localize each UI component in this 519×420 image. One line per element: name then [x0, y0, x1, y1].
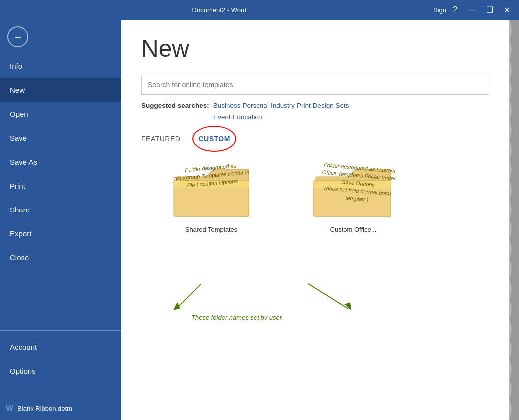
sidebar-item-info[interactable]: Info	[0, 54, 121, 78]
right-edge	[509, 20, 519, 420]
suggested-label: Suggested searches:	[141, 102, 209, 109]
sidebar-label-new: New	[10, 86, 25, 94]
svg-marker-9	[344, 302, 351, 310]
sidebar-divider-1	[0, 330, 121, 331]
help-button[interactable]: ?	[449, 4, 461, 16]
sidebar-item-new[interactable]: New	[0, 78, 121, 102]
tabs-row: FEATURED CUSTOM	[141, 131, 489, 147]
sidebar-bottom: Account Options	[0, 335, 121, 388]
svg-line-6	[176, 284, 201, 309]
sidebar-nav: Info New Open Save Save As Print Share E…	[0, 54, 121, 326]
tab-custom-wrapper: CUSTOM	[188, 131, 240, 147]
svg-line-8	[308, 284, 348, 309]
sidebar-item-export[interactable]: Export	[0, 221, 121, 245]
folder-note: These folder names set by user.	[191, 314, 283, 321]
main-content: New Suggested searches:BusinessPersonalI…	[121, 20, 509, 420]
minimize-button[interactable]: —	[464, 4, 480, 16]
torn-edge-svg	[509, 20, 519, 420]
sidebar-label-export: Export	[10, 229, 31, 238]
page-title: New	[141, 35, 489, 62]
folder-note-area: These folder names set by user.	[191, 314, 283, 321]
sidebar-item-open[interactable]: Open	[0, 102, 121, 126]
sidebar-item-save[interactable]: Save	[0, 126, 121, 150]
sign-in-area[interactable]: Sign	[433, 4, 446, 16]
templates-area: Folder designated asWorkgroup Templates …	[141, 162, 489, 341]
close-button[interactable]: ✕	[500, 4, 514, 16]
sidebar-item-share[interactable]: Share	[0, 198, 121, 221]
sidebar-back: ←	[0, 20, 121, 54]
suggested-searches: Suggested searches:BusinessPersonalIndus…	[141, 102, 489, 121]
sidebar-label-share: Share	[10, 206, 30, 214]
sidebar-label-save: Save	[10, 134, 27, 142]
sidebar-divider-2	[0, 392, 121, 392]
sidebar-label-print: Print	[10, 182, 25, 190]
sidebar-label-options: Options	[10, 367, 36, 375]
app-body: ← Info New Open Save Save As Print Share	[0, 20, 519, 420]
restore-button[interactable]: ❐	[482, 4, 497, 16]
sidebar-item-save-as[interactable]: Save As	[0, 150, 121, 174]
svg-marker-7	[173, 302, 180, 310]
search-input[interactable]	[141, 75, 489, 95]
sidebar-label-account: Account	[10, 343, 37, 351]
sidebar-label-info: Info	[10, 62, 22, 70]
sidebar: ← Info New Open Save Save As Print Share	[0, 20, 121, 420]
window-controls: Sign ? — ❐ ✕	[433, 4, 514, 16]
sidebar-item-print[interactable]: Print	[0, 174, 121, 198]
sidebar-label-save-as: Save As	[10, 158, 37, 166]
word-file-icon: W	[6, 404, 13, 413]
right-arrow-icon	[303, 281, 363, 311]
title-bar: Document2 - Word Sign ? — ❐ ✕	[0, 0, 519, 20]
back-button[interactable]: ←	[7, 26, 28, 47]
app-title: Document2 - Word	[5, 6, 433, 14]
shared-templates-label: Shared Templates	[171, 226, 251, 233]
custom-office-label: Custom Office...	[311, 226, 396, 233]
recent-file-label: Blank Ribbon.dotm	[17, 405, 72, 412]
left-arrow-icon	[166, 281, 206, 311]
tab-featured[interactable]: FEATURED	[141, 131, 188, 147]
sidebar-item-options[interactable]: Options	[0, 359, 121, 383]
sidebar-label-close: Close	[10, 253, 29, 262]
sidebar-label-open: Open	[10, 110, 28, 118]
sidebar-item-close[interactable]: Close	[0, 245, 121, 269]
shared-templates-folder[interactable]: Folder designated asWorkgroup Templates …	[171, 162, 251, 233]
tab-custom[interactable]: CUSTOM	[188, 131, 240, 147]
sidebar-item-account[interactable]: Account	[0, 335, 121, 359]
custom-office-folder[interactable]: Folder designated as CustomOffice Templa…	[311, 162, 396, 233]
sidebar-recent-file[interactable]: W Blank Ribbon.dotm	[0, 396, 121, 420]
